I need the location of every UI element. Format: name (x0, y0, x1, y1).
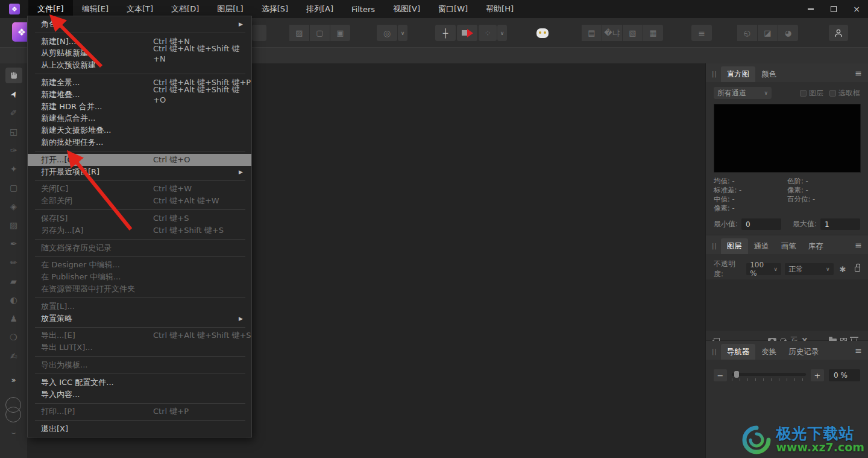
menu-item[interactable]: 全部关闭 Ctrl 键+Alt 键+W ▶ (28, 195, 251, 207)
panel-menu-icon[interactable]: ≡ (855, 240, 862, 250)
retouch-dropdown[interactable]: ∨ (497, 25, 507, 41)
menu-item[interactable]: 打印...[P] Ctrl 键+P ▶ (28, 406, 251, 418)
view-tool[interactable] (5, 68, 22, 83)
checkbox[interactable]: 图层 (800, 88, 823, 98)
boolean-button[interactable]: ◪ (758, 25, 778, 41)
more-tools-button[interactable]: » (11, 375, 16, 384)
menu-item[interactable]: ▶ (35, 356, 245, 357)
assistant-button[interactable] (457, 25, 477, 41)
tool-button[interactable]: ✦ (5, 161, 22, 177)
gear-icon[interactable]: ✱ (840, 265, 846, 274)
checkbox[interactable]: 选取框 (829, 88, 860, 98)
panel-grip-icon[interactable]: || (712, 71, 717, 77)
menu-item[interactable]: 在 Designer 中编辑... ▶ (28, 259, 251, 272)
selection-mode-button[interactable]: ▨ (289, 25, 309, 41)
tool-button[interactable]: ✑ (5, 142, 22, 158)
menu-item[interactable]: ▶ (35, 403, 245, 404)
menu-item[interactable]: 打开最近项目[R] ▶ (28, 166, 251, 178)
menu-item[interactable]: 导入内容... ▶ (28, 389, 251, 401)
menu-item[interactable]: 新建堆叠... Ctrl 键+Alt 键+Shift 键+O ▶ (28, 89, 251, 101)
layers-list[interactable] (706, 279, 868, 331)
tool-button[interactable]: ❍ (5, 329, 22, 345)
menubar-item[interactable]: 选择[S] (253, 0, 297, 18)
arrange-button[interactable]: ▤ (582, 25, 602, 41)
panel-tab[interactable]: 画笔 (775, 238, 802, 254)
tool-button[interactable]: ▨ (5, 217, 22, 233)
selection-mode-button[interactable]: ▢ (310, 25, 330, 41)
menu-item[interactable]: 从上次预设新建 ▶ (28, 59, 251, 71)
menu-item[interactable]: 导出 LUT[X]... ▶ (28, 342, 251, 354)
zoom-slider[interactable] (732, 369, 806, 381)
menu-item[interactable]: ▶ (35, 327, 245, 328)
menu-item[interactable]: 从剪贴板新建 Ctrl 键+Alt 键+Shift 键+N ▶ (28, 48, 251, 60)
menu-item[interactable]: 打开...[O] Ctrl 键+O ▶ (28, 154, 251, 166)
menu-item[interactable]: 退出[X] ▶ (28, 423, 251, 435)
panel-tab[interactable]: 图层 (721, 238, 748, 254)
menu-item[interactable]: ▶ (35, 256, 245, 257)
menu-item[interactable]: 保存[S] Ctrl 键+S ▶ (28, 212, 251, 224)
account-button[interactable] (829, 25, 848, 41)
menu-item[interactable]: 关闭[C] Ctrl 键+W ▶ (28, 183, 251, 196)
menu-item[interactable]: ▶ (35, 297, 245, 298)
color-swatches[interactable] (4, 397, 24, 424)
alignment-button[interactable]: ≡ (691, 25, 712, 41)
menu-item[interactable]: 角色 ▶ (28, 18, 251, 30)
move-tool[interactable]: ➤ (5, 86, 22, 102)
tool-button[interactable]: ◐ (5, 292, 22, 308)
tool-button[interactable]: ✐ (5, 105, 22, 121)
menubar-item[interactable]: 排列[A] (297, 0, 342, 18)
panel-grip-icon[interactable]: || (712, 348, 717, 355)
menu-item[interactable]: ▶ (35, 420, 245, 421)
lock-icon[interactable] (855, 267, 860, 272)
menu-item[interactable]: 新建天文摄影堆叠... ▶ (28, 124, 251, 136)
swap-colors-icon[interactable]: ⌣ (11, 428, 16, 437)
tool-button[interactable]: ✏ (5, 255, 22, 270)
boolean-button[interactable]: ◕ (778, 25, 798, 41)
menu-item[interactable]: ▶ (35, 239, 245, 240)
arrange-button[interactable]: �냐 (602, 25, 622, 41)
panel-tab[interactable]: 变换 (755, 344, 782, 360)
panel-tab[interactable]: 颜色 (755, 66, 782, 82)
panel-tab[interactable]: 库存 (802, 238, 829, 254)
menu-item[interactable]: 导入 ICC 配置文件... ▶ (28, 377, 251, 389)
tool-button[interactable]: ✒ (5, 236, 22, 252)
stroke-color-swatch[interactable] (5, 397, 21, 413)
channel-select[interactable]: 所有通道 ∨ (714, 87, 772, 99)
panel-tab[interactable]: 历史记录 (782, 344, 825, 360)
menu-item[interactable]: ▶ (35, 151, 245, 151)
min-input[interactable]: 0 (741, 218, 781, 230)
tool-button[interactable]: ◈ (5, 199, 22, 214)
menu-item[interactable]: ▶ (35, 209, 245, 210)
menu-item[interactable]: 在资源管理器中打开文件夹 ▶ (28, 283, 251, 295)
maximize-button[interactable] (822, 0, 845, 18)
hidden-toolbar-button[interactable] (252, 25, 266, 41)
slider-track[interactable] (732, 373, 806, 376)
menu-item[interactable]: 新建 HDR 合并... ▶ (28, 101, 251, 113)
assistant-manager-button[interactable] (532, 25, 553, 41)
arrange-button[interactable]: ▦ (643, 25, 663, 41)
panel-tab[interactable]: 直方图 (721, 66, 756, 82)
tool-button[interactable]: ▢ (5, 180, 22, 196)
zoom-value-field[interactable]: 0 % (829, 369, 860, 381)
menu-item[interactable]: 随文档保存历史记录 ▶ (28, 242, 251, 254)
close-button[interactable]: × (845, 0, 868, 18)
panel-menu-icon[interactable]: ≡ (855, 68, 862, 78)
snapping-button[interactable]: ┼ (435, 25, 456, 41)
menu-item[interactable]: ▶ (35, 374, 245, 374)
tool-button[interactable]: ♟ (5, 311, 22, 326)
menu-item[interactable]: 新建焦点合并... ▶ (28, 113, 251, 125)
menubar-item[interactable]: 帮助[H] (477, 0, 523, 18)
tool-button[interactable]: ✍ (5, 348, 22, 364)
menu-item[interactable]: 放置[L]... ▶ (28, 301, 251, 313)
tool-button[interactable]: ▰ (5, 273, 22, 289)
arrange-button[interactable]: ▧ (623, 25, 643, 41)
boolean-button[interactable]: ◵ (737, 25, 757, 41)
panel-tab[interactable]: 通道 (748, 238, 775, 254)
menu-item[interactable]: 导出为模板... ▶ (28, 359, 251, 371)
panel-tab[interactable]: 导航器 (721, 344, 756, 360)
selection-mode-button[interactable]: ▣ (330, 25, 350, 41)
zoom-in-button[interactable]: + (811, 369, 824, 381)
menu-item[interactable]: ▶ (35, 180, 245, 181)
menu-item[interactable]: 新的批处理任务... ▶ (28, 136, 251, 148)
minimize-button[interactable] (799, 0, 822, 18)
